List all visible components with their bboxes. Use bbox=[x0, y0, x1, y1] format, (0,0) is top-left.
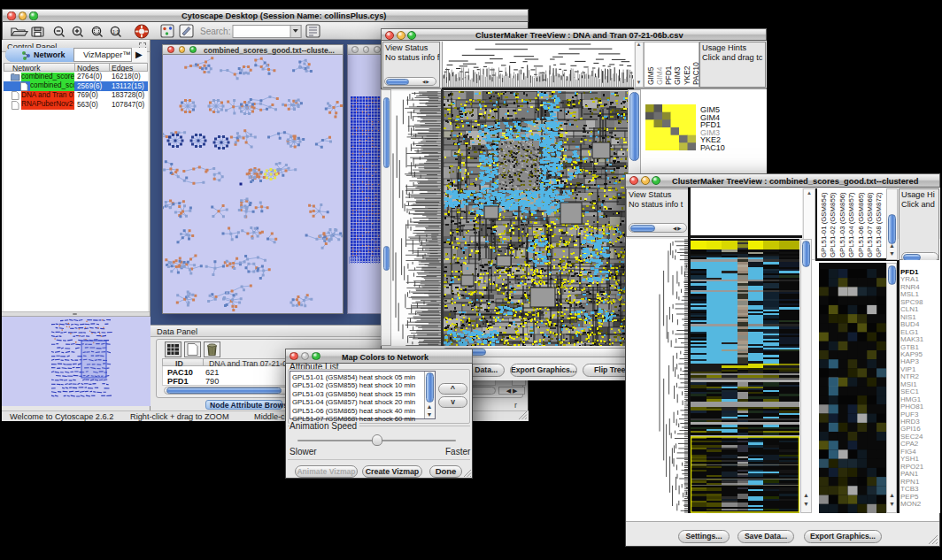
svg-text:GPL51-07 (GSM868): GPL51-07 (GSM868) bbox=[866, 192, 874, 257]
svg-text:GPL51-08 (GSM872): GPL51-08 (GSM872) bbox=[875, 192, 883, 257]
svg-text:GPL51-02 (GSM855): GPL51-02 (GSM855) bbox=[829, 192, 837, 257]
svg-text:PAC10: PAC10 bbox=[691, 62, 699, 85]
svg-text:GIM5: GIM5 bbox=[646, 66, 655, 85]
svg-text:GPL51-06 (GSM865): GPL51-06 (GSM865) bbox=[857, 192, 865, 257]
svg-text:GIM3: GIM3 bbox=[673, 66, 682, 85]
svg-text:PFD1: PFD1 bbox=[664, 65, 673, 85]
svg-text:GPL51-01 (GSM854): GPL51-01 (GSM854) bbox=[820, 192, 828, 257]
svg-text:GIM4: GIM4 bbox=[655, 66, 664, 85]
svg-text:GPL51-03 (GSM856): GPL51-03 (GSM856) bbox=[838, 192, 846, 257]
svg-text:1:1: 1:1 bbox=[112, 29, 120, 35]
svg-text:Search:: Search: bbox=[200, 27, 230, 36]
svg-text:GPL51-04 (GSM857): GPL51-04 (GSM857) bbox=[847, 192, 855, 257]
svg-text:YKE2: YKE2 bbox=[683, 65, 691, 85]
